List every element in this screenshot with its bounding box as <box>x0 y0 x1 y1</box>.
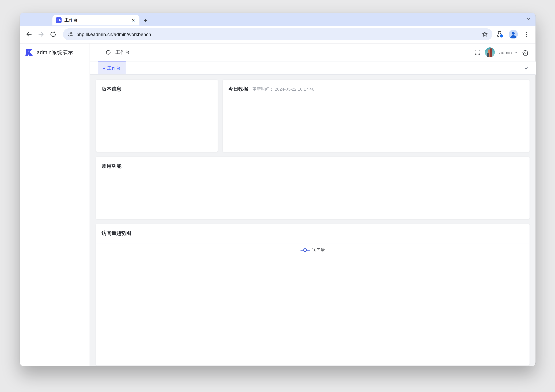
minimize-window-button[interactable] <box>32 17 36 21</box>
legend-label: 访问量 <box>312 247 325 253</box>
quick-functions-grid <box>96 176 529 219</box>
url-text[interactable]: php.likeadmin.cn/admin/workbench <box>77 32 482 37</box>
toolbar-right <box>496 30 530 39</box>
page-tabs-bar: 工作台 <box>90 61 536 75</box>
tab-title: 工作台 <box>65 17 128 23</box>
tab-search-chevron-icon[interactable] <box>526 16 531 22</box>
user-chevron-down-icon[interactable] <box>514 50 518 54</box>
browser-tabstrip: LA 工作台 ✕ + <box>20 13 536 25</box>
app-title: admin系统演示 <box>37 49 73 56</box>
today-stats <box>223 99 530 152</box>
tab-workbench[interactable]: 工作台 <box>98 61 125 74</box>
app-logo[interactable]: admin系统演示 <box>20 44 90 61</box>
active-tab-label: 工作台 <box>107 65 120 72</box>
updated-time: 更新时间： 2024-03-22 16:17:46 <box>252 86 314 92</box>
fullscreen-icon[interactable] <box>475 50 480 55</box>
browser-menu-icon[interactable] <box>523 31 530 38</box>
line-chart-svg <box>96 257 529 363</box>
visits-line-chart <box>96 257 529 365</box>
version-card: 版本信息 <box>96 80 218 152</box>
quick-card-title: 常用功能 <box>102 163 122 169</box>
version-card-body <box>96 99 218 105</box>
active-tab-dot <box>103 67 105 69</box>
zoom-window-button[interactable] <box>39 17 43 21</box>
chart-legend[interactable]: 访问量 <box>96 243 529 257</box>
username[interactable]: admin <box>499 50 512 55</box>
refresh-icon[interactable] <box>105 50 111 55</box>
admin-app: admin系统演示 工作台 <box>20 44 536 366</box>
app-header: 工作台 <box>90 44 536 61</box>
visits-trend-card: 访问量趋势图 访问量 <box>96 224 529 365</box>
desktop: LA 工作台 ✕ + php.like <box>0 0 555 392</box>
settings-gear-icon[interactable] <box>522 49 528 55</box>
browser-toolbar: php.likeadmin.cn/admin/workbench <box>20 25 536 44</box>
back-icon[interactable] <box>25 31 33 38</box>
new-tab-button[interactable]: + <box>144 18 147 24</box>
browser-profile-icon[interactable] <box>509 30 518 39</box>
tab-close-icon[interactable]: ✕ <box>131 17 136 23</box>
tabs-collapse-chevron-icon[interactable] <box>524 65 528 72</box>
site-settings-icon[interactable] <box>67 31 74 38</box>
close-window-button[interactable] <box>25 17 29 21</box>
browser-tab[interactable]: LA 工作台 ✕ <box>52 15 140 25</box>
browser-window: LA 工作台 ✕ + php.like <box>20 13 536 366</box>
reload-icon[interactable] <box>50 31 57 38</box>
tab-favicon: LA <box>56 17 62 23</box>
forward-icon[interactable] <box>37 31 45 38</box>
address-bar[interactable]: php.likeadmin.cn/admin/workbench <box>63 28 492 40</box>
quick-functions-card: 常用功能 <box>96 157 529 219</box>
window-controls <box>25 17 43 21</box>
main-area: 工作台 <box>90 44 536 366</box>
version-card-title: 版本信息 <box>102 86 122 92</box>
user-avatar[interactable] <box>485 47 495 57</box>
sidebar: admin系统演示 <box>20 44 90 366</box>
today-card-title: 今日数据 <box>228 86 248 92</box>
logo-k-icon <box>25 48 34 57</box>
workbench-content: 版本信息 今日数据 更新时间： 2024-03-22 16:17:46 <box>90 75 536 366</box>
page-title: 工作台 <box>115 49 130 56</box>
today-data-card: 今日数据 更新时间： 2024-03-22 16:17:46 <box>223 80 530 152</box>
bookmark-star-icon[interactable] <box>482 31 488 38</box>
experiments-flask-icon[interactable] <box>496 31 503 38</box>
chart-card-title: 访问量趋势图 <box>102 230 131 237</box>
legend-marker-icon <box>300 248 310 252</box>
